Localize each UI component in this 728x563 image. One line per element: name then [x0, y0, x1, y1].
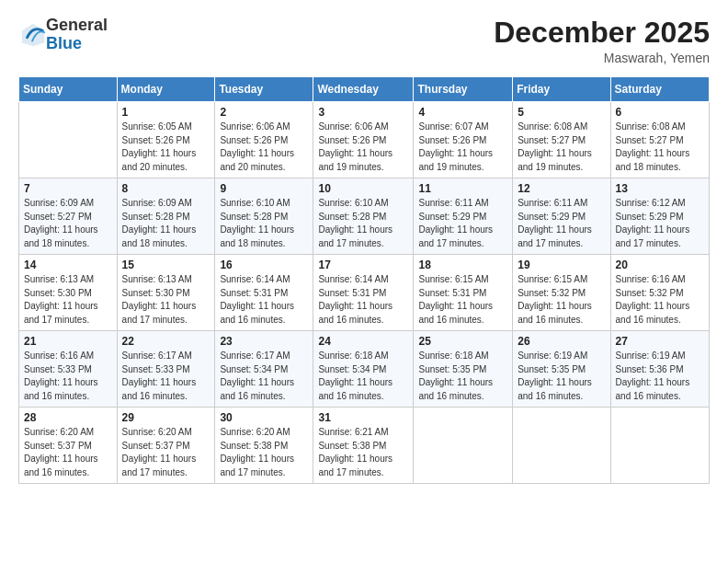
day-number: 8	[122, 182, 210, 195]
day-info: Sunrise: 6:13 AM Sunset: 5:30 PM Dayligh…	[122, 273, 210, 327]
day-number: 14	[24, 259, 112, 271]
calendar-cell: 13Sunrise: 6:12 AM Sunset: 5:29 PM Dayli…	[610, 178, 709, 255]
day-info: Sunrise: 6:13 AM Sunset: 5:30 PM Dayligh…	[24, 273, 112, 327]
calendar-cell: 5Sunrise: 6:08 AM Sunset: 5:27 PM Daylig…	[513, 102, 610, 178]
day-info: Sunrise: 6:16 AM Sunset: 5:33 PM Dayligh…	[24, 350, 112, 403]
logo: General Blue	[18, 17, 108, 53]
calendar-cell: 21Sunrise: 6:16 AM Sunset: 5:33 PM Dayli…	[19, 331, 118, 408]
day-info: Sunrise: 6:21 AM Sunset: 5:38 PM Dayligh…	[318, 426, 408, 479]
day-number: 9	[220, 182, 308, 195]
calendar-cell: 22Sunrise: 6:17 AM Sunset: 5:33 PM Dayli…	[117, 331, 215, 408]
day-info: Sunrise: 6:16 AM Sunset: 5:32 PM Dayligh…	[616, 273, 704, 327]
calendar-cell: 16Sunrise: 6:14 AM Sunset: 5:31 PM Dayli…	[215, 255, 313, 331]
month-title: December 2025	[494, 17, 710, 49]
day-info: Sunrise: 6:11 AM Sunset: 5:29 PM Dayligh…	[418, 197, 507, 250]
day-number: 31	[318, 411, 408, 424]
logo-text-block: General Blue	[46, 17, 108, 53]
day-number: 10	[318, 182, 408, 195]
day-info: Sunrise: 6:08 AM Sunset: 5:27 PM Dayligh…	[518, 121, 605, 174]
calendar-week-3: 14Sunrise: 6:13 AM Sunset: 5:30 PM Dayli…	[19, 255, 710, 331]
day-info: Sunrise: 6:15 AM Sunset: 5:31 PM Dayligh…	[418, 273, 507, 327]
col-tuesday: Tuesday	[215, 77, 313, 102]
day-info: Sunrise: 6:15 AM Sunset: 5:32 PM Dayligh…	[518, 273, 605, 327]
header: General Blue December 2025 Maswarah, Yem…	[18, 17, 710, 65]
day-number: 11	[418, 182, 507, 195]
day-info: Sunrise: 6:18 AM Sunset: 5:35 PM Dayligh…	[418, 350, 507, 403]
day-number: 25	[418, 335, 507, 348]
day-number: 28	[24, 411, 112, 424]
calendar-cell: 19Sunrise: 6:15 AM Sunset: 5:32 PM Dayli…	[513, 255, 610, 331]
day-info: Sunrise: 6:20 AM Sunset: 5:38 PM Dayligh…	[220, 426, 308, 479]
col-thursday: Thursday	[414, 77, 513, 102]
calendar-cell: 24Sunrise: 6:18 AM Sunset: 5:34 PM Dayli…	[313, 331, 414, 408]
calendar-cell: 3Sunrise: 6:06 AM Sunset: 5:26 PM Daylig…	[313, 102, 414, 178]
title-block: December 2025 Maswarah, Yemen	[494, 17, 710, 65]
day-info: Sunrise: 6:12 AM Sunset: 5:29 PM Dayligh…	[616, 197, 704, 250]
day-info: Sunrise: 6:10 AM Sunset: 5:28 PM Dayligh…	[220, 197, 308, 250]
calendar-cell: 28Sunrise: 6:20 AM Sunset: 5:37 PM Dayli…	[19, 408, 118, 484]
day-info: Sunrise: 6:19 AM Sunset: 5:36 PM Dayligh…	[616, 350, 704, 403]
day-info: Sunrise: 6:14 AM Sunset: 5:31 PM Dayligh…	[318, 273, 408, 327]
col-saturday: Saturday	[610, 77, 709, 102]
calendar-cell: 2Sunrise: 6:06 AM Sunset: 5:26 PM Daylig…	[215, 102, 313, 178]
calendar-cell: 31Sunrise: 6:21 AM Sunset: 5:38 PM Dayli…	[313, 408, 414, 484]
day-number: 26	[518, 335, 605, 348]
day-info: Sunrise: 6:09 AM Sunset: 5:27 PM Dayligh…	[24, 197, 112, 250]
calendar-cell: 17Sunrise: 6:14 AM Sunset: 5:31 PM Dayli…	[313, 255, 414, 331]
logo-general: General	[46, 16, 108, 34]
day-number: 12	[518, 182, 605, 195]
day-number: 27	[616, 335, 704, 348]
calendar-cell: 1Sunrise: 6:05 AM Sunset: 5:26 PM Daylig…	[117, 102, 215, 178]
location: Maswarah, Yemen	[494, 51, 710, 65]
day-number: 6	[616, 106, 704, 119]
svg-marker-0	[22, 24, 44, 46]
calendar-cell: 27Sunrise: 6:19 AM Sunset: 5:36 PM Dayli…	[610, 331, 709, 408]
header-row: Sunday Monday Tuesday Wednesday Thursday…	[19, 77, 710, 102]
day-info: Sunrise: 6:14 AM Sunset: 5:31 PM Dayligh…	[220, 273, 308, 327]
day-number: 20	[616, 259, 704, 271]
day-info: Sunrise: 6:06 AM Sunset: 5:26 PM Dayligh…	[318, 121, 408, 174]
day-info: Sunrise: 6:20 AM Sunset: 5:37 PM Dayligh…	[24, 426, 112, 479]
calendar-cell: 11Sunrise: 6:11 AM Sunset: 5:29 PM Dayli…	[414, 178, 513, 255]
calendar-table: Sunday Monday Tuesday Wednesday Thursday…	[18, 76, 710, 484]
day-info: Sunrise: 6:11 AM Sunset: 5:29 PM Dayligh…	[518, 197, 605, 250]
calendar-week-1: 1Sunrise: 6:05 AM Sunset: 5:26 PM Daylig…	[19, 102, 710, 178]
calendar-cell: 26Sunrise: 6:19 AM Sunset: 5:35 PM Dayli…	[513, 331, 610, 408]
day-number: 30	[220, 411, 308, 424]
logo-icon	[20, 22, 46, 48]
calendar-cell: 18Sunrise: 6:15 AM Sunset: 5:31 PM Dayli…	[414, 255, 513, 331]
day-number: 13	[616, 182, 704, 195]
day-number: 18	[418, 259, 507, 271]
col-monday: Monday	[117, 77, 215, 102]
calendar-cell: 30Sunrise: 6:20 AM Sunset: 5:38 PM Dayli…	[215, 408, 313, 484]
day-number: 7	[24, 182, 112, 195]
day-info: Sunrise: 6:20 AM Sunset: 5:37 PM Dayligh…	[122, 426, 210, 479]
day-number: 29	[122, 411, 210, 424]
calendar-cell: 10Sunrise: 6:10 AM Sunset: 5:28 PM Dayli…	[313, 178, 414, 255]
calendar-cell: 12Sunrise: 6:11 AM Sunset: 5:29 PM Dayli…	[513, 178, 610, 255]
day-number: 22	[122, 335, 210, 348]
day-number: 24	[318, 335, 408, 348]
day-info: Sunrise: 6:07 AM Sunset: 5:26 PM Dayligh…	[418, 121, 507, 174]
day-number: 4	[418, 106, 507, 119]
calendar-cell: 15Sunrise: 6:13 AM Sunset: 5:30 PM Dayli…	[117, 255, 215, 331]
calendar-cell: 29Sunrise: 6:20 AM Sunset: 5:37 PM Dayli…	[117, 408, 215, 484]
day-number: 5	[518, 106, 605, 119]
col-sunday: Sunday	[19, 77, 118, 102]
day-info: Sunrise: 6:17 AM Sunset: 5:34 PM Dayligh…	[220, 350, 308, 403]
day-info: Sunrise: 6:18 AM Sunset: 5:34 PM Dayligh…	[318, 350, 408, 403]
calendar-week-2: 7Sunrise: 6:09 AM Sunset: 5:27 PM Daylig…	[19, 178, 710, 255]
logo-text: General Blue	[46, 17, 108, 53]
calendar-cell: 14Sunrise: 6:13 AM Sunset: 5:30 PM Dayli…	[19, 255, 118, 331]
page: General Blue December 2025 Maswarah, Yem…	[0, 0, 728, 563]
day-info: Sunrise: 6:17 AM Sunset: 5:33 PM Dayligh…	[122, 350, 210, 403]
day-number: 2	[220, 106, 308, 119]
day-info: Sunrise: 6:08 AM Sunset: 5:27 PM Dayligh…	[616, 121, 704, 174]
day-number: 1	[122, 106, 210, 119]
logo-blue: Blue	[46, 34, 82, 52]
calendar-week-4: 21Sunrise: 6:16 AM Sunset: 5:33 PM Dayli…	[19, 331, 710, 408]
day-number: 16	[220, 259, 308, 271]
day-info: Sunrise: 6:06 AM Sunset: 5:26 PM Dayligh…	[220, 121, 308, 174]
calendar-cell: 7Sunrise: 6:09 AM Sunset: 5:27 PM Daylig…	[19, 178, 118, 255]
calendar-week-5: 28Sunrise: 6:20 AM Sunset: 5:37 PM Dayli…	[19, 408, 710, 484]
